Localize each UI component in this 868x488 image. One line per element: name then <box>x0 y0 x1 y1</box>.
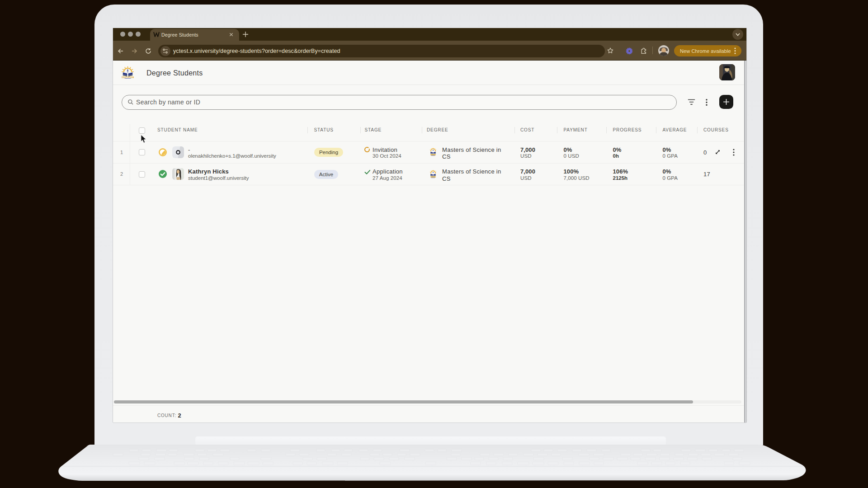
svg-text:EDUCATION: EDUCATION <box>122 76 134 79</box>
